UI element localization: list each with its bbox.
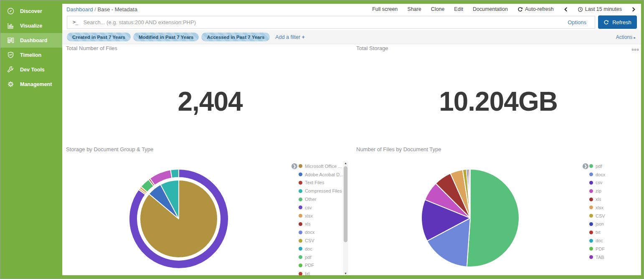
add-filter-button[interactable]: Add a filter + <box>275 34 305 40</box>
scrollbar-thumb[interactable] <box>344 166 347 242</box>
query-prompt-icon: >_ <box>73 19 78 25</box>
toolbar-share-button[interactable]: Share <box>407 6 421 12</box>
sidebar-item-discover[interactable]: Discover <box>0 4 62 18</box>
type-legend-item-xlsx[interactable]: xlsx <box>589 203 605 212</box>
sidebar-item-dev-tools[interactable]: Dev Tools <box>0 62 62 77</box>
legend-dot-icon <box>299 264 302 267</box>
refresh-button[interactable]: Refresh <box>598 15 637 29</box>
frame-right-strip <box>641 0 644 279</box>
caret-right-icon: ▸ <box>634 36 636 40</box>
chevron-right-icon <box>631 7 636 12</box>
legend-scrollbar[interactable]: ▲ ▼ <box>343 161 348 276</box>
legend-label: CSV <box>305 238 314 243</box>
toolbar-documentation-button[interactable]: Documentation <box>473 6 508 12</box>
kibana-app-window: DiscoverVisualizeDashboardTimelionDev To… <box>0 0 644 279</box>
type-legend-item-xls[interactable]: xls <box>589 195 605 203</box>
auto-refresh-button[interactable]: Auto-refresh <box>517 6 554 12</box>
search-input[interactable] <box>82 19 560 26</box>
time-forward-button[interactable] <box>631 7 636 12</box>
filter-pill[interactable]: Created in Past 7 Years <box>67 33 131 41</box>
sidebar-item-label: Timelion <box>20 52 41 58</box>
legend-dot-icon <box>299 239 302 243</box>
sidebar-item-dashboard[interactable]: Dashboard <box>0 33 62 48</box>
toolbar-full-screen-button[interactable]: Full screen <box>372 6 398 12</box>
storage-legend-item-docx[interactable]: docx <box>299 228 343 236</box>
legend-dot-icon <box>589 198 593 201</box>
storage-legend-item-compressed-files[interactable]: Compressed Files <box>299 187 343 195</box>
sidebar-item-label: Dashboard <box>20 38 47 43</box>
type-legend-item-doc[interactable]: doc <box>589 236 605 245</box>
time-picker-button[interactable]: Last 15 minutes <box>578 6 622 12</box>
legend-dot-icon <box>299 205 302 209</box>
type-pie-legend: pdfdocxcsvzipxlsxlsxCSVjsontxtdocPDFTAB <box>589 162 605 261</box>
query-options-link[interactable]: Options <box>564 19 590 25</box>
type-legend-item-docx[interactable]: docx <box>589 170 605 179</box>
type-legend-item-json[interactable]: json <box>589 220 605 228</box>
storage-legend-item-text-files[interactable]: Text Files <box>299 179 343 187</box>
storage-legend-item-microsoft-office-[interactable]: Microsoft Office ... <box>299 162 343 170</box>
type-slice-pdf[interactable] <box>467 169 519 267</box>
type-legend-item-zip[interactable]: zip <box>589 187 605 195</box>
visualize-icon <box>7 22 15 30</box>
sidebar-item-management[interactable]: Management <box>0 77 62 91</box>
legend-label: zip <box>596 188 601 193</box>
legend-label: CSV <box>596 213 605 218</box>
storage-legend-item-csv[interactable]: CSV <box>299 236 343 245</box>
legend-label: txt <box>596 230 601 235</box>
type-legend-item-csv[interactable]: CSV <box>589 212 605 220</box>
panel-title-type-pie: Number of Files by Document Type <box>356 146 441 152</box>
toolbar-edit-button[interactable]: Edit <box>454 6 463 12</box>
legend-dot-icon <box>299 247 302 251</box>
storage-legend-item-csv[interactable]: csv <box>299 203 343 212</box>
breadcrumb-current: Base - Metadata <box>97 6 137 13</box>
type-legend-item-tab[interactable]: TAB <box>589 253 605 261</box>
sidebar-item-label: Management <box>20 81 52 87</box>
type-legend-item-txt[interactable]: txt <box>589 228 605 236</box>
dev-tools-icon <box>7 66 15 74</box>
sidebar-item-timelion[interactable]: Timelion <box>0 48 62 62</box>
storage-outer-slice-doc[interactable] <box>170 169 179 178</box>
legend-collapse-icon[interactable]: ❯ <box>292 163 297 169</box>
query-bar-row: >_ Options Refresh <box>62 15 641 30</box>
filter-pill[interactable]: Modified in Past 7 Years <box>133 33 199 41</box>
storage-pie-legend: Microsoft Office ...Adobe Acrobat D...Te… <box>299 162 343 278</box>
time-back-button[interactable] <box>563 7 568 12</box>
legend-dot-icon <box>589 172 593 176</box>
discover-icon <box>7 7 15 15</box>
filter-actions-button[interactable]: Actions ▸ <box>616 34 636 40</box>
toolbar-clone-button[interactable]: Clone <box>431 6 445 12</box>
panel-options-icon[interactable] <box>632 49 639 51</box>
legend-label: PDF <box>305 263 314 268</box>
storage-legend-item-pdf[interactable]: PDF <box>299 261 343 270</box>
legend-label: json <box>596 221 604 226</box>
timelion-icon <box>7 51 15 59</box>
storage-legend-item-xls[interactable]: xls <box>299 220 343 228</box>
type-legend-item-pdf[interactable]: pdf <box>589 162 605 170</box>
management-icon <box>7 80 15 88</box>
type-legend-item-csv[interactable]: csv <box>589 179 605 187</box>
metric-total-files: 2,404 <box>66 82 354 121</box>
storage-pie-chart <box>128 168 229 269</box>
storage-legend-item-other[interactable]: Other <box>299 195 343 203</box>
storage-legend-item-adobe-acrobat-d-[interactable]: Adobe Acrobat D... <box>299 170 343 179</box>
panel-title-total-storage: Total Storage <box>356 45 388 51</box>
type-legend-item-pdf[interactable]: PDF <box>589 245 605 253</box>
legend-collapse-icon[interactable]: ❯ <box>583 163 588 169</box>
legend-label: docx <box>596 172 605 177</box>
legend-dot-icon <box>299 222 302 226</box>
filter-pill[interactable]: Accessed in Past 7 Years <box>201 33 270 41</box>
clock-icon <box>578 7 583 12</box>
legend-label: xls <box>596 197 601 202</box>
storage-legend-item-xlsx[interactable]: xlsx <box>299 212 343 220</box>
dashboard-toolbar: Full screenShareCloneEditDocumentationAu… <box>372 6 636 12</box>
scrollbar-up-arrow[interactable]: ▲ <box>344 162 347 165</box>
storage-legend-item-doc[interactable]: doc <box>299 245 343 253</box>
sidebar-item-visualize[interactable]: Visualize <box>0 18 62 33</box>
storage-legend-item-pdf[interactable]: pdf <box>299 253 343 261</box>
legend-label: PDF <box>596 246 605 251</box>
legend-label: xls <box>305 221 310 226</box>
dashboard-icon <box>7 36 15 44</box>
legend-dot-icon <box>299 164 302 168</box>
scrollbar-down-arrow[interactable]: ▼ <box>344 272 347 275</box>
breadcrumb-dashboard-link[interactable]: Dashboard <box>66 6 93 13</box>
